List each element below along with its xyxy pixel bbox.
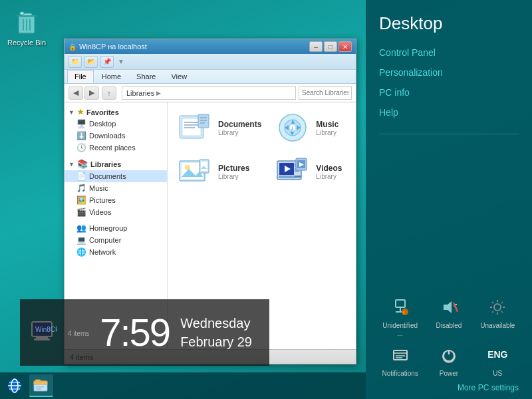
taskbar-ie[interactable] [3, 374, 27, 397]
language-tray-icon: ENG [485, 343, 509, 367]
sidebar-item-pictures[interactable]: 🖼️ Pictures [65, 194, 167, 206]
downloads-icon: ⬇️ [76, 131, 86, 140]
lock-icon: 🔒 [68, 43, 76, 51]
tab-share[interactable]: Share [129, 70, 163, 83]
library-item-documents[interactable]: Documents Library [174, 109, 265, 146]
pictures-lib-info: Pictures Library [218, 164, 249, 180]
tray-sound[interactable]: Disabled [429, 295, 469, 338]
videos-lib-name: Videos [316, 164, 342, 173]
control-panel-link[interactable]: Control Panel [379, 47, 519, 58]
network-tray-icon: ! [388, 295, 412, 319]
back-button[interactable]: ◀ [68, 86, 83, 100]
svg-line-52 [492, 311, 493, 313]
documents-lib-name: Documents [218, 120, 261, 129]
sidebar-downloads-label: Downloads [89, 132, 125, 140]
minimize-button[interactable]: – [309, 41, 323, 52]
tray-language[interactable]: ENG US [477, 343, 517, 378]
recent-icon: 🕓 [76, 143, 86, 152]
sidebar-music-label: Music [89, 184, 108, 192]
brightness-tray-icon [485, 295, 509, 319]
personalization-link[interactable]: Personalization [379, 67, 519, 78]
tray-power[interactable]: Power [429, 343, 469, 378]
sidebar-item-network[interactable]: 🌐 Network [65, 246, 167, 258]
tray-notifications[interactable]: Notifications [380, 343, 420, 378]
quick-access-toolbar: 📁 📂 📌 ▼ [65, 54, 356, 70]
tray-row-2: Notifications Power ENG [379, 343, 519, 378]
favorites-star-icon: ★ [77, 108, 84, 116]
power-tray-icon [437, 343, 461, 367]
up-button[interactable]: ↑ [102, 86, 116, 100]
address-libraries: Libraries [126, 89, 154, 97]
sidebar-network-label: Network [89, 248, 116, 256]
pc-info-link[interactable]: PC info [379, 87, 519, 98]
sidebar-item-desktop[interactable]: 🖥️ Desktop [65, 118, 167, 130]
tray-row-1: ! Unidentified ... Disabled [379, 295, 519, 338]
svg-rect-71 [35, 380, 41, 382]
tab-view[interactable]: View [164, 70, 194, 83]
sidebar-pictures-label: Pictures [89, 196, 116, 204]
quick-pin-btn[interactable]: 📌 [100, 56, 114, 68]
svg-line-51 [501, 302, 503, 303]
forward-button[interactable]: ▶ [84, 86, 99, 100]
libraries-label: Libraries [90, 160, 121, 168]
favorites-header[interactable]: ▼ ★ Favorites [65, 106, 167, 118]
svg-text:♪: ♪ [291, 124, 294, 132]
sidebar-item-music[interactable]: 🎵 Music [65, 182, 167, 194]
tray-sound-label: Disabled [436, 322, 462, 330]
help-link[interactable]: Help [379, 107, 519, 118]
favorites-chevron: ▼ [68, 109, 74, 116]
clock-overlay: Win8CP 4 items 7:59 Wednesday February 2… [20, 299, 269, 366]
music-icon: 🎵 [76, 184, 86, 193]
recycle-bin-icon [13, 7, 40, 36]
new-folder-btn[interactable]: 📂 [84, 56, 98, 68]
svg-point-44 [494, 304, 501, 311]
homegroup-icon: 👥 [76, 223, 86, 233]
sidebar-homegroup-label: Homegroup [89, 224, 127, 232]
sidebar-desktop-label: Desktop [89, 120, 116, 128]
sidebar-item-documents[interactable]: 📄 Documents [65, 170, 167, 182]
tray-power-label: Power [440, 370, 458, 378]
sidebar-item-computer[interactable]: 💻 Computer [65, 234, 167, 246]
maximize-button[interactable]: □ [324, 41, 337, 52]
window-controls: – □ ✕ [309, 41, 352, 52]
search-input[interactable] [299, 86, 352, 100]
libraries-header[interactable]: ▼ 📚 Libraries [65, 158, 167, 170]
sound-tray-icon [437, 295, 461, 319]
pictures-lib-type: Library [218, 173, 249, 180]
explorer-system-titlebar: 🔒 Win8CP на localhost – □ ✕ [65, 39, 356, 54]
lang-eng: ENG [487, 350, 507, 360]
more-settings-link[interactable]: More PC settings [379, 383, 519, 392]
tab-home[interactable]: Home [94, 70, 128, 83]
library-item-music[interactable]: ♪ Music Library [272, 109, 349, 146]
recycle-bin[interactable]: Recycle Bin [7, 7, 47, 47]
dropdown-arrow[interactable]: ▼ [118, 58, 124, 65]
pictures-icon: 🖼️ [76, 196, 86, 205]
sidebar-item-homegroup[interactable]: 👥 Homegroup [65, 222, 167, 234]
desktop: Recycle Bin 🔒 Win8CP на localhost – □ ✕ … [0, 0, 532, 399]
panel-title: Desktop [379, 13, 519, 34]
sidebar-item-videos[interactable]: 🎬 Videos [65, 206, 167, 218]
close-button[interactable]: ✕ [338, 41, 352, 52]
svg-rect-60 [36, 336, 48, 338]
music-lib-info: Music Library [316, 120, 338, 136]
sidebar-computer-label: Computer [89, 236, 121, 244]
music-lib-icon: ♪ [276, 113, 309, 142]
tray-notifications-label: Notifications [382, 370, 418, 378]
library-item-pictures[interactable]: Pictures Library [174, 153, 265, 190]
tray-brightness[interactable]: Unavailable [477, 295, 517, 338]
sidebar-item-downloads[interactable]: ⬇️ Downloads [65, 130, 167, 142]
desktop-icon: 🖥️ [76, 119, 86, 128]
system-title: Win8CP на localhost [79, 43, 147, 51]
library-item-videos[interactable]: Videos Library [272, 153, 349, 190]
computer-icon: 💻 [76, 235, 86, 245]
tab-file[interactable]: File [67, 70, 94, 83]
tray-network[interactable]: ! Unidentified ... [380, 295, 420, 338]
address-separator: ▶ [156, 90, 161, 96]
clock-datenum: February 29 [180, 332, 252, 351]
taskbar-explorer[interactable] [29, 374, 53, 397]
address-path[interactable]: Libraries ▶ [122, 86, 296, 100]
sidebar-item-recent[interactable]: 🕓 Recent places [65, 142, 167, 154]
documents-lib-icon [178, 113, 211, 142]
svg-rect-31 [295, 176, 301, 177]
music-lib-name: Music [316, 120, 338, 129]
